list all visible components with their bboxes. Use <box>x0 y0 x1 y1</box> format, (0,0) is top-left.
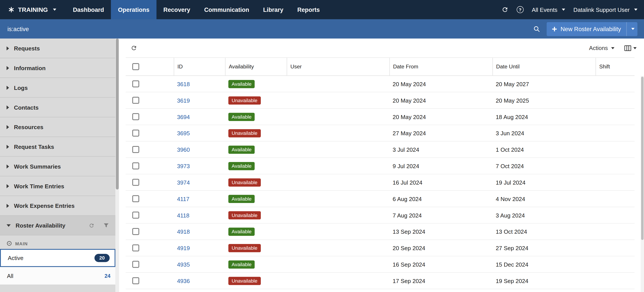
sidebar-section[interactable]: Requests <box>0 38 116 58</box>
row-checkbox[interactable] <box>132 245 140 252</box>
row-checkbox[interactable] <box>132 162 140 169</box>
record-id-link[interactable]: 4118 <box>177 212 189 218</box>
date-until-cell: 3 Aug 2024 <box>492 207 596 223</box>
new-button-dropdown[interactable] <box>626 22 638 36</box>
table-row: 4117 Available 6 Aug 2024 4 Nov 2024 <box>126 191 634 207</box>
date-from-cell: 27 May 2024 <box>390 125 492 141</box>
table-row: 3973 Available 9 Jul 2024 7 Oct 2024 <box>126 158 634 174</box>
row-checkbox[interactable] <box>132 212 140 219</box>
column-header-availability[interactable]: Availability <box>225 58 287 75</box>
sidebar-section[interactable]: Work Time Entries <box>0 176 116 196</box>
nav-item[interactable]: Dashboard <box>66 0 111 19</box>
actions-button[interactable]: Actions <box>589 45 614 51</box>
user-cell <box>287 92 390 108</box>
row-select-cell <box>126 174 174 190</box>
all-events-menu[interactable]: All Events <box>532 6 565 13</box>
nav-item[interactable]: Recovery <box>156 0 197 19</box>
row-checkbox[interactable] <box>132 195 140 202</box>
record-id-link[interactable]: 4918 <box>177 228 190 235</box>
row-checkbox[interactable] <box>132 130 140 137</box>
record-id-link[interactable]: 4935 <box>177 261 190 268</box>
scrollbar-thumb[interactable] <box>116 38 119 189</box>
record-id-link[interactable]: 4117 <box>177 195 189 202</box>
row-checkbox[interactable] <box>132 80 140 87</box>
column-picker-button[interactable] <box>624 45 636 51</box>
column-header-user[interactable]: User <box>287 58 390 75</box>
date-from-cell: 20 May 2024 <box>390 109 492 125</box>
record-id-link[interactable]: 3618 <box>177 81 190 87</box>
sidebar-section[interactable]: Work Expense Entries <box>0 196 116 216</box>
date-until-cell: 13 Oct 2024 <box>492 224 596 240</box>
user-menu[interactable]: Datalink Support User <box>573 6 638 13</box>
date-from-cell: 20 Sep 2024 <box>390 240 492 256</box>
table-row: 4118 Unavailable 7 Aug 2024 3 Aug 2024 <box>126 207 634 224</box>
refresh-button[interactable] <box>130 45 137 51</box>
chevron-down-icon <box>6 224 11 227</box>
team-switcher[interactable]: TRAINING <box>0 0 66 19</box>
sidebar-section[interactable]: Work Summaries <box>0 157 116 176</box>
sidebar-section-label: Requests <box>14 45 40 51</box>
row-checkbox[interactable] <box>132 277 140 284</box>
availability-badge: Available <box>228 260 255 268</box>
record-id-link[interactable]: 3960 <box>177 146 190 153</box>
record-id-link[interactable]: 3619 <box>177 97 190 103</box>
row-checkbox[interactable] <box>132 146 140 153</box>
sidebar-scrollbar[interactable] <box>116 38 119 292</box>
date-until-cell: 7 Oct 2024 <box>492 158 596 174</box>
row-select-cell <box>126 141 174 157</box>
column-header-date-until[interactable]: Date Until <box>492 58 596 75</box>
sync-icon[interactable] <box>501 6 508 13</box>
sidebar-section[interactable]: Contacts <box>0 98 116 117</box>
row-checkbox[interactable] <box>132 97 140 104</box>
record-id-link[interactable]: 3973 <box>177 163 190 169</box>
table-row: 3694 Available 20 May 2024 18 Aug 2024 <box>126 109 634 125</box>
availability-badge: Available <box>228 195 255 203</box>
search-input[interactable] <box>6 25 526 33</box>
record-id-link[interactable]: 4936 <box>177 278 190 284</box>
row-checkbox[interactable] <box>132 113 140 120</box>
team-name: TRAINING <box>18 6 48 13</box>
chevron-down-icon <box>611 47 614 49</box>
chevron-right-icon <box>6 184 9 188</box>
record-id-link[interactable]: 3974 <box>177 179 190 186</box>
sidebar-section[interactable]: Request Tasks <box>0 137 116 157</box>
column-header-shift[interactable]: Shift <box>596 58 634 75</box>
navbar-right: ? All Events Datalink Support User <box>501 0 644 19</box>
nav-item[interactable]: Communication <box>197 0 256 19</box>
filter-icon[interactable] <box>104 223 109 228</box>
table-row: 4936 Unavailable 17 Sep 2024 19 Sep 2024 <box>126 273 634 289</box>
refresh-icon[interactable] <box>89 223 94 228</box>
column-header-id[interactable]: ID <box>174 58 225 75</box>
record-id-link[interactable]: 3694 <box>177 113 190 120</box>
shift-cell <box>596 109 634 125</box>
record-id-link[interactable]: 4919 <box>177 245 190 251</box>
column-header-date-from[interactable]: Date From <box>390 58 492 75</box>
shift-cell <box>596 76 634 92</box>
filter-item[interactable]: Active 20 <box>0 249 116 267</box>
nav-item[interactable]: Library <box>256 0 290 19</box>
table-scrollbar[interactable] <box>641 76 644 292</box>
record-id-link[interactable]: 3695 <box>177 130 190 136</box>
all-events-label: All Events <box>532 6 557 13</box>
sidebar-section[interactable]: Information <box>0 58 116 78</box>
select-all-checkbox[interactable] <box>132 63 140 70</box>
help-icon[interactable]: ? <box>517 6 524 13</box>
nav-item[interactable]: Operations <box>111 0 156 19</box>
nav-item[interactable]: Reports <box>290 0 327 19</box>
main-content: Actions ID Availability Us <box>119 38 644 292</box>
sidebar-section[interactable]: Logs <box>0 78 116 98</box>
chevron-right-icon <box>6 125 9 129</box>
user-cell <box>287 76 390 92</box>
availability-badge: Available <box>228 113 255 121</box>
sidebar-section-roster-availability[interactable]: Roster Availability <box>0 216 116 236</box>
row-select-cell <box>126 76 174 92</box>
row-checkbox[interactable] <box>132 228 140 235</box>
filter-item[interactable]: All 24 <box>0 267 116 285</box>
sidebar-section[interactable]: Resources <box>0 117 116 137</box>
row-checkbox[interactable] <box>132 261 140 268</box>
search-icon[interactable] <box>533 25 540 32</box>
scrollbar-thumb[interactable] <box>641 77 644 240</box>
new-roster-availability-button[interactable]: New Roster Availability <box>546 22 638 36</box>
row-checkbox[interactable] <box>132 179 140 186</box>
sidebar-section-label: Request Tasks <box>14 143 54 150</box>
